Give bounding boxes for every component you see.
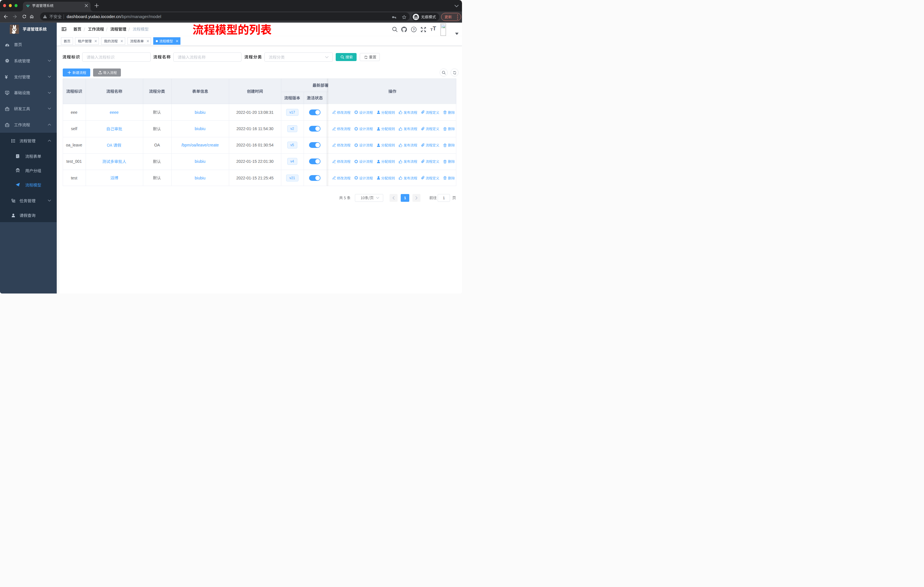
svg-text:?: ? (413, 28, 415, 31)
